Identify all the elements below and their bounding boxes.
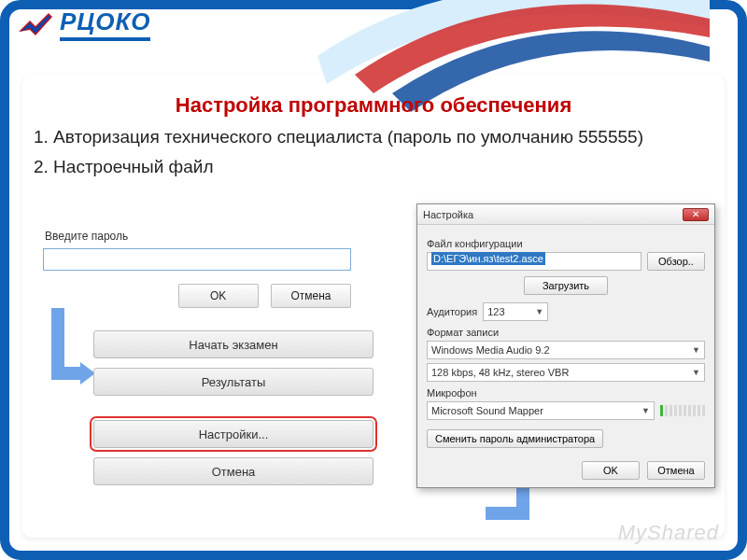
step-1-text: 1. Авторизация технического специалиста … [34, 125, 713, 149]
logo-mark-icon [17, 9, 54, 39]
microphone-label: Микрофон [427, 387, 705, 399]
config-file-label: Файл конфигурации [427, 238, 705, 249]
step-2-text: 2. Настроечный файл [34, 155, 713, 179]
results-button[interactable]: Результаты [93, 368, 374, 396]
logo: РЦОКО [17, 7, 150, 41]
auth-ok-button[interactable]: OK [178, 284, 259, 308]
chevron-down-icon: ▼ [535, 307, 543, 316]
main-menu: Начать экзамен Результаты Настройки... О… [93, 330, 374, 485]
logo-text: РЦОКО [60, 7, 150, 41]
password-label: Введите пароль [45, 230, 349, 243]
settings-window-title: Настройка [423, 209, 473, 220]
settings-dialog: Настройка ✕ Файл конфигурации D:\ЕГЭ\ин.… [416, 203, 715, 488]
bitrate-select[interactable]: 128 kbps, 48 kHz, stereo VBR ▼ [427, 363, 705, 382]
codec-select[interactable]: Windows Media Audio 9.2 ▼ [427, 341, 705, 359]
load-button[interactable]: Загрузить [524, 276, 608, 295]
settings-cancel-button[interactable]: Отмена [647, 461, 705, 480]
auth-dialog: Введите пароль OK Отмена [43, 226, 351, 308]
settings-button[interactable]: Настройки... [93, 420, 374, 448]
start-exam-button[interactable]: Начать экзамен [93, 330, 374, 358]
auditory-select[interactable]: 123 ▼ [483, 302, 548, 321]
arrow-down-icon [39, 308, 95, 420]
chevron-down-icon: ▼ [692, 345, 700, 355]
chevron-down-icon: ▼ [641, 406, 650, 415]
close-icon[interactable]: ✕ [683, 208, 709, 221]
microphone-select[interactable]: Microsoft Sound Mapper ▼ [427, 401, 655, 420]
page-title: Настройка программного обеспечения [34, 93, 713, 118]
menu-cancel-button[interactable]: Отмена [93, 457, 374, 485]
auditory-label: Аудитория [427, 306, 477, 317]
format-label: Формат записи [427, 327, 705, 338]
chevron-down-icon: ▼ [692, 368, 700, 377]
settings-ok-button[interactable]: OK [582, 461, 640, 480]
mic-level-meter [660, 405, 705, 416]
config-path-input[interactable]: D:\ЕГЭ\ин.яз\test2.asce [427, 252, 641, 271]
auth-cancel-button[interactable]: Отмена [271, 284, 351, 308]
browse-button[interactable]: Обзор.. [647, 252, 705, 271]
watermark: MyShared [618, 521, 719, 545]
change-admin-password-button[interactable]: Сменить пароль администратора [427, 429, 603, 448]
password-input[interactable] [43, 248, 351, 271]
